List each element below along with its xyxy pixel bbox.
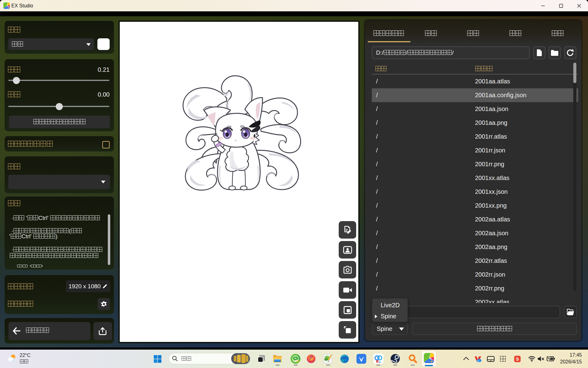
svg-text:AI: AI <box>296 360 299 363</box>
